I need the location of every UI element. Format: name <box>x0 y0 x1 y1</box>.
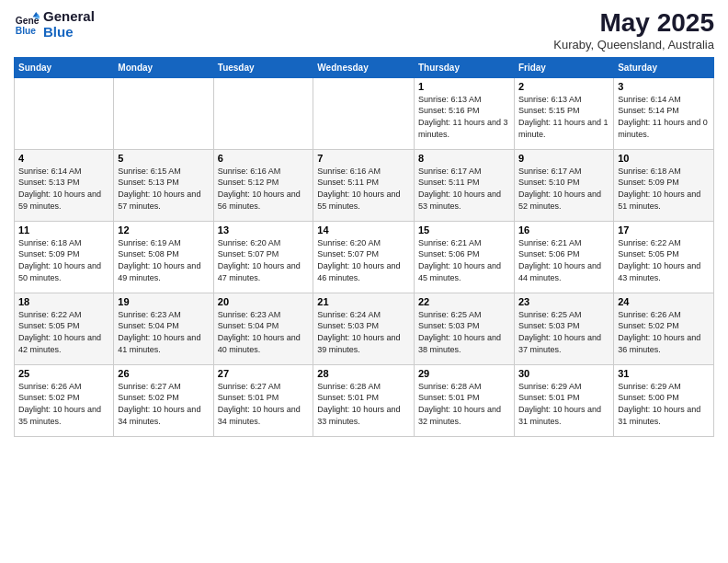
day-info: Sunrise: 6:28 AMSunset: 5:01 PMDaylight:… <box>418 381 510 427</box>
day-number: 8 <box>418 153 510 164</box>
day-info: Sunrise: 6:25 AMSunset: 5:03 PMDaylight:… <box>418 309 510 355</box>
day-info: Sunrise: 6:17 AMSunset: 5:10 PMDaylight:… <box>518 166 609 212</box>
day-number: 18 <box>18 296 109 307</box>
calendar-cell: 12Sunrise: 6:19 AMSunset: 5:08 PMDayligh… <box>114 221 213 293</box>
col-tuesday: Tuesday <box>213 57 313 77</box>
calendar-cell: 21Sunrise: 6:24 AMSunset: 5:03 PMDayligh… <box>313 293 415 364</box>
day-info: Sunrise: 6:27 AMSunset: 5:02 PMDaylight:… <box>118 381 209 427</box>
day-number: 2 <box>518 81 609 92</box>
calendar-week-row: 25Sunrise: 6:26 AMSunset: 5:02 PMDayligh… <box>15 364 714 436</box>
day-info: Sunrise: 6:23 AMSunset: 5:04 PMDaylight:… <box>118 309 209 355</box>
day-number: 23 <box>518 296 609 307</box>
calendar-page: General Blue General Blue May 2025 Kurab… <box>0 0 728 563</box>
calendar-cell: 11Sunrise: 6:18 AMSunset: 5:09 PMDayligh… <box>15 221 114 293</box>
day-number: 3 <box>618 81 710 92</box>
day-number: 19 <box>118 296 209 307</box>
calendar-cell: 31Sunrise: 6:29 AMSunset: 5:00 PMDayligh… <box>614 364 714 436</box>
title-block: May 2025 Kuraby, Queensland, Australia <box>553 9 714 52</box>
day-number: 7 <box>317 153 410 164</box>
calendar-week-row: 1Sunrise: 6:13 AMSunset: 5:16 PMDaylight… <box>15 77 714 149</box>
col-sunday: Sunday <box>15 57 114 77</box>
day-number: 14 <box>317 224 410 236</box>
calendar-cell: 22Sunrise: 6:25 AMSunset: 5:03 PMDayligh… <box>414 293 514 364</box>
day-number: 10 <box>618 153 710 164</box>
calendar-cell: 15Sunrise: 6:21 AMSunset: 5:06 PMDayligh… <box>414 221 514 293</box>
calendar-week-row: 4Sunrise: 6:14 AMSunset: 5:13 PMDaylight… <box>15 149 714 221</box>
col-monday: Monday <box>114 57 213 77</box>
day-info: Sunrise: 6:17 AMSunset: 5:11 PMDaylight:… <box>418 166 510 212</box>
calendar-cell: 1Sunrise: 6:13 AMSunset: 5:16 PMDaylight… <box>414 77 514 149</box>
day-number: 4 <box>18 153 109 164</box>
day-number: 30 <box>518 368 609 379</box>
calendar-cell: 20Sunrise: 6:23 AMSunset: 5:04 PMDayligh… <box>213 293 313 364</box>
calendar-cell: 13Sunrise: 6:20 AMSunset: 5:07 PMDayligh… <box>213 221 313 293</box>
day-info: Sunrise: 6:16 AMSunset: 5:11 PMDaylight:… <box>317 166 410 212</box>
day-info: Sunrise: 6:26 AMSunset: 5:02 PMDaylight:… <box>18 381 109 427</box>
calendar-cell: 3Sunrise: 6:14 AMSunset: 5:14 PMDaylight… <box>614 77 714 149</box>
calendar-cell: 26Sunrise: 6:27 AMSunset: 5:02 PMDayligh… <box>114 364 213 436</box>
day-number: 21 <box>317 296 410 307</box>
day-number: 24 <box>618 296 710 307</box>
logo-icon: General Blue <box>14 12 40 38</box>
calendar-cell <box>114 77 213 149</box>
calendar-cell: 9Sunrise: 6:17 AMSunset: 5:10 PMDaylight… <box>514 149 613 221</box>
logo: General Blue General Blue <box>14 9 95 40</box>
calendar-cell: 10Sunrise: 6:18 AMSunset: 5:09 PMDayligh… <box>614 149 714 221</box>
calendar-week-row: 18Sunrise: 6:22 AMSunset: 5:05 PMDayligh… <box>15 293 714 364</box>
calendar-cell: 24Sunrise: 6:26 AMSunset: 5:02 PMDayligh… <box>614 293 714 364</box>
calendar-week-row: 11Sunrise: 6:18 AMSunset: 5:09 PMDayligh… <box>15 221 714 293</box>
day-number: 27 <box>218 368 310 379</box>
header: General Blue General Blue May 2025 Kurab… <box>14 9 714 52</box>
day-info: Sunrise: 6:21 AMSunset: 5:06 PMDaylight:… <box>418 237 510 283</box>
day-number: 11 <box>18 224 109 236</box>
day-info: Sunrise: 6:16 AMSunset: 5:12 PMDaylight:… <box>218 166 310 212</box>
day-info: Sunrise: 6:23 AMSunset: 5:04 PMDaylight:… <box>218 309 310 355</box>
day-number: 12 <box>118 224 209 236</box>
day-info: Sunrise: 6:24 AMSunset: 5:03 PMDaylight:… <box>317 309 410 355</box>
calendar-cell: 25Sunrise: 6:26 AMSunset: 5:02 PMDayligh… <box>15 364 114 436</box>
calendar-cell: 17Sunrise: 6:22 AMSunset: 5:05 PMDayligh… <box>614 221 714 293</box>
day-info: Sunrise: 6:20 AMSunset: 5:07 PMDaylight:… <box>317 237 410 283</box>
logo-text-line2: Blue <box>43 25 95 40</box>
svg-text:Blue: Blue <box>16 26 37 36</box>
day-number: 16 <box>518 224 609 236</box>
calendar-cell: 14Sunrise: 6:20 AMSunset: 5:07 PMDayligh… <box>313 221 415 293</box>
day-number: 1 <box>418 81 510 92</box>
calendar-cell: 8Sunrise: 6:17 AMSunset: 5:11 PMDaylight… <box>414 149 514 221</box>
calendar-table: Sunday Monday Tuesday Wednesday Thursday… <box>14 57 714 437</box>
calendar-cell <box>313 77 415 149</box>
calendar-cell: 28Sunrise: 6:28 AMSunset: 5:01 PMDayligh… <box>313 364 415 436</box>
col-friday: Friday <box>514 57 613 77</box>
day-info: Sunrise: 6:14 AMSunset: 5:14 PMDaylight:… <box>618 94 710 140</box>
day-info: Sunrise: 6:28 AMSunset: 5:01 PMDaylight:… <box>317 381 410 427</box>
day-info: Sunrise: 6:15 AMSunset: 5:13 PMDaylight:… <box>118 166 209 212</box>
day-number: 17 <box>618 224 710 236</box>
day-number: 25 <box>18 368 109 379</box>
header-row: Sunday Monday Tuesday Wednesday Thursday… <box>15 57 714 77</box>
calendar-cell <box>213 77 313 149</box>
calendar-cell: 7Sunrise: 6:16 AMSunset: 5:11 PMDaylight… <box>313 149 415 221</box>
day-number: 6 <box>218 153 310 164</box>
calendar-cell: 2Sunrise: 6:13 AMSunset: 5:15 PMDaylight… <box>514 77 613 149</box>
calendar-cell: 27Sunrise: 6:27 AMSunset: 5:01 PMDayligh… <box>213 364 313 436</box>
day-info: Sunrise: 6:20 AMSunset: 5:07 PMDaylight:… <box>218 237 310 283</box>
day-info: Sunrise: 6:19 AMSunset: 5:08 PMDaylight:… <box>118 237 209 283</box>
day-info: Sunrise: 6:29 AMSunset: 5:01 PMDaylight:… <box>518 381 609 427</box>
day-number: 9 <box>518 153 609 164</box>
col-wednesday: Wednesday <box>313 57 415 77</box>
calendar-cell: 19Sunrise: 6:23 AMSunset: 5:04 PMDayligh… <box>114 293 213 364</box>
main-title: May 2025 <box>553 9 714 38</box>
day-number: 13 <box>218 224 310 236</box>
day-number: 26 <box>118 368 209 379</box>
day-number: 5 <box>118 153 209 164</box>
day-info: Sunrise: 6:18 AMSunset: 5:09 PMDaylight:… <box>18 237 109 283</box>
day-info: Sunrise: 6:13 AMSunset: 5:16 PMDaylight:… <box>418 94 510 140</box>
logo-text-line1: General <box>43 9 95 25</box>
subtitle: Kuraby, Queensland, Australia <box>553 38 714 52</box>
day-info: Sunrise: 6:13 AMSunset: 5:15 PMDaylight:… <box>518 94 609 140</box>
day-number: 31 <box>618 368 710 379</box>
day-number: 29 <box>418 368 510 379</box>
col-saturday: Saturday <box>614 57 714 77</box>
day-info: Sunrise: 6:22 AMSunset: 5:05 PMDaylight:… <box>618 237 710 283</box>
calendar-cell: 4Sunrise: 6:14 AMSunset: 5:13 PMDaylight… <box>15 149 114 221</box>
